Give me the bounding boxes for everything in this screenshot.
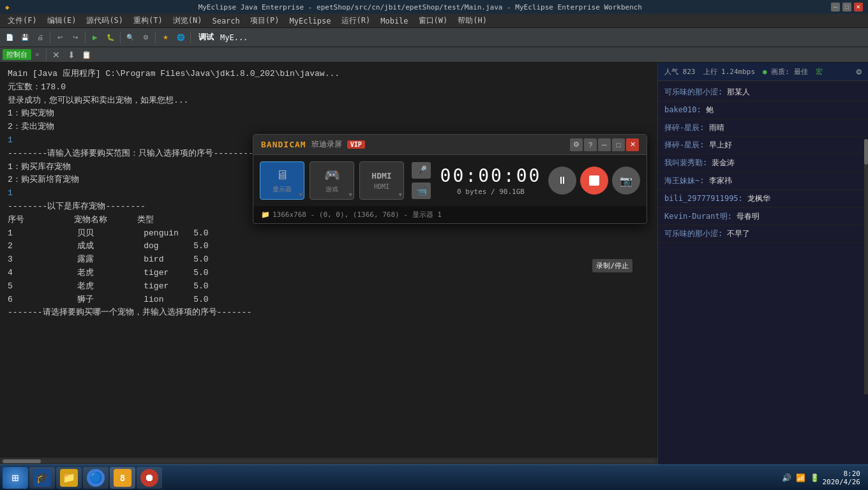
console-tab[interactable]: 控制台 — [3, 49, 31, 60]
console-clear-button[interactable]: ✕ — [49, 48, 63, 62]
clock-time: 8:20 — [822, 470, 860, 478]
maximize-button[interactable]: □ — [842, 3, 851, 11]
menu-run[interactable]: 运行(R) — [336, 14, 376, 27]
stream-msg-1: bake010: 鲍 — [658, 101, 868, 119]
console-line-13: 1 贝贝 penguin 5.0 — [8, 227, 650, 241]
file-size-display: 0 bytes / 90.1GB — [438, 188, 543, 196]
menu-navigate[interactable]: 浏览(N) — [168, 14, 207, 27]
mode-screen-button[interactable]: 🖥 显示器 ▼ — [260, 161, 304, 200]
blue-app-icon: 🔵 — [87, 469, 105, 487]
mode-hdmi-button[interactable]: HDMI HDMI ▼ — [359, 161, 404, 200]
clock-date: 2020/4/26 — [822, 478, 860, 486]
menu-refactor[interactable]: 重构(T) — [128, 14, 168, 27]
record-taskbar-icon: ⏺ — [140, 469, 158, 487]
stream-header: 人气 823 上行 1.24mbps ● 画质: 最佳 宏 ⚙ — [658, 63, 868, 81]
record-tooltip: 录制/停止 — [592, 259, 632, 272]
scrollbar-thumb[interactable] — [3, 459, 41, 463]
taskbar-myeclipse[interactable]: 8 — [110, 467, 135, 489]
console-copy-button[interactable]: 📋 — [80, 48, 94, 62]
cam-toggle-button[interactable]: 📹 — [412, 182, 431, 199]
msg-username-2: 择碎-星辰: — [664, 123, 709, 132]
system-tray: 🔊 📶 🔋 8:20 2020/4/26 — [777, 470, 865, 486]
menu-help[interactable]: 帮助(H) — [453, 14, 492, 27]
menu-file[interactable]: 文件(F) — [3, 14, 42, 27]
record-stop-button[interactable] — [580, 167, 608, 195]
menu-window[interactable]: 窗口(W) — [414, 14, 453, 27]
mic-toggle-button[interactable]: 🎤 — [412, 162, 431, 179]
stream-stats: 人气 823 上行 1.24mbps ● 画质: 最佳 宏 — [664, 67, 823, 77]
bandicam-footer: 📁 1366x768 - (0, 0), (1366, 768) - 显示器 1 — [253, 206, 647, 223]
app-icon: ◆ — [5, 3, 10, 11]
console-tab-close[interactable]: × — [35, 50, 40, 59]
console-output: Main [Java 应用程序] C:\Program Files\Java\j… — [0, 63, 657, 457]
new-file-button[interactable]: 📄 — [3, 31, 17, 45]
bandicam-restore-button[interactable]: □ — [612, 138, 625, 151]
taskbar-record[interactable]: ⏺ — [137, 467, 162, 489]
debug-label: 调试 — [198, 32, 214, 43]
taskbar-folder[interactable]: 📁 — [56, 467, 82, 489]
tray-icons: 🔊 📶 🔋 — [782, 473, 819, 482]
undo-button[interactable]: ↩ — [53, 31, 67, 45]
extra-button-1[interactable]: ★ — [158, 31, 172, 45]
bandicam-settings-button[interactable]: ⚙ — [570, 138, 583, 151]
run-button[interactable]: ▶ — [88, 31, 102, 45]
taskbar-blue[interactable]: 🔵 — [83, 467, 108, 489]
start-icon: ⊞ — [12, 471, 19, 484]
bandicam-help-button[interactable]: ? — [584, 138, 597, 151]
extra-button-2[interactable]: 🌐 — [174, 31, 188, 45]
bandicam-logo: BANDICAM — [261, 140, 306, 149]
stream-panel: 人气 823 上行 1.24mbps ● 画质: 最佳 宏 ⚙ 可乐味的那小涩:… — [657, 63, 868, 464]
bandicam-subtitle: 班迪录屏 — [311, 139, 342, 150]
debug-button[interactable]: 🐛 — [103, 31, 117, 45]
msg-content-0: 那某人 — [727, 87, 750, 96]
menu-project[interactable]: 项目(P) — [245, 14, 285, 27]
save-button[interactable]: 💾 — [18, 31, 32, 45]
menu-myeclipse[interactable]: MyEclipse — [284, 15, 336, 27]
msg-content-6: 龙枫华 — [747, 194, 770, 203]
menu-bar: 文件(F) 编辑(E) 源代码(S) 重构(T) 浏览(N) Search 项目… — [0, 14, 868, 28]
msg-username-1: bake010: — [664, 105, 706, 114]
horizontal-scrollbar[interactable] — [3, 459, 655, 463]
game-arrow: ▼ — [349, 191, 352, 198]
screen-arrow: ▼ — [299, 191, 303, 198]
print-button[interactable]: 🖨 — [33, 31, 47, 45]
start-button[interactable]: ⊞ — [3, 467, 28, 489]
msg-username-4: 我叫裴秀勤: — [664, 158, 712, 167]
bandicam-close-button[interactable]: ✕ — [626, 138, 639, 151]
recording-controls: ⏸ 📷 — [548, 167, 640, 195]
hdmi-label: HDMI — [374, 183, 389, 190]
stream-settings-icon[interactable]: ⚙ — [857, 66, 862, 77]
console-line-19: -------请选择要购买哪一个宠物，并输入选择项的序号------- — [8, 306, 650, 320]
stream-scrollbar-thumb[interactable] — [864, 139, 868, 165]
popularity-stat: 人气 823 — [664, 67, 696, 77]
pause-button[interactable]: ⏸ — [548, 167, 576, 195]
redo-button[interactable]: ↪ — [68, 31, 82, 45]
minimize-button[interactable]: ─ — [831, 3, 840, 11]
close-button[interactable]: ✕ — [854, 3, 863, 11]
menu-edit[interactable]: 编辑(E) — [42, 14, 82, 27]
bandicam-footer-text: 1366x768 - (0, 0), (1366, 768) - 显示器 1 — [273, 210, 442, 219]
bandicam-overlay: BANDICAM 班迪录屏 VIP ⚙ ? ─ □ ✕ 🖥 显示器 ▼ 🎮 游戏 — [253, 134, 647, 224]
av-controls: 🎤 📹 — [412, 162, 431, 199]
stream-scrollbar[interactable] — [864, 139, 868, 394]
menu-source[interactable]: 源代码(S) — [81, 14, 128, 27]
menu-mobile[interactable]: Mobile — [375, 15, 413, 27]
screenshot-button[interactable]: 📷 — [612, 167, 640, 195]
msg-content-3: 早上好 — [709, 140, 732, 149]
stream-msg-4: 我叫裴秀勤: 裴金涛 — [658, 154, 868, 172]
search-button[interactable]: 🔍 — [123, 31, 137, 45]
settings-button[interactable]: ⚙ — [138, 31, 153, 45]
taskbar-school[interactable]: 🎓 — [29, 467, 55, 489]
game-icon: 🎮 — [324, 167, 340, 182]
menu-search[interactable]: Search — [207, 15, 244, 27]
mode-game-button[interactable]: 🎮 游戏 ▼ — [310, 161, 354, 200]
toolbar-console: 控制台 × ✕ ⬇ 📋 — [0, 47, 868, 63]
msg-content-5: 李家祎 — [709, 176, 732, 185]
bandicam-minimize-button[interactable]: ─ — [598, 138, 611, 151]
myeclipse-icon: 8 — [114, 469, 131, 487]
console-line-1: 元宝数：178.0 — [8, 81, 650, 94]
record-icon — [589, 175, 599, 186]
msg-username-0: 可乐味的那小涩: — [664, 87, 727, 96]
console-scroll-button[interactable]: ⬇ — [64, 48, 79, 62]
scroll-area — [0, 457, 657, 464]
